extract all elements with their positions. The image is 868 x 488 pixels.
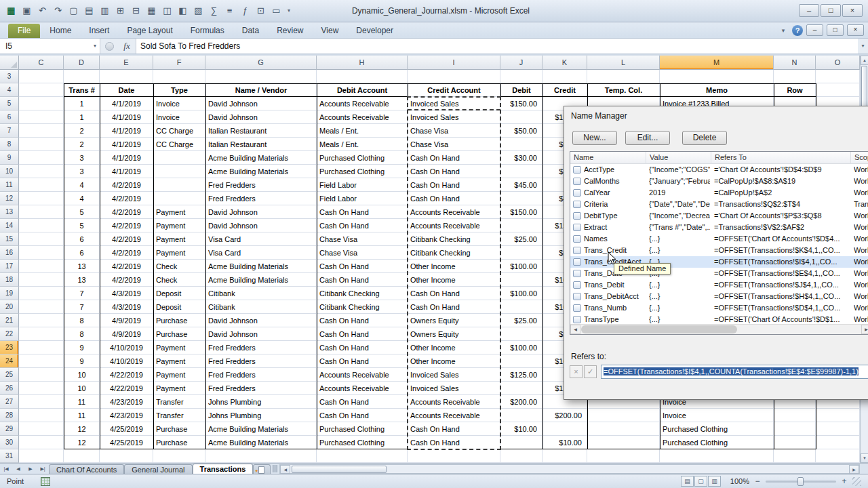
cell-h18[interactable]: Cash On Hand [317,273,408,287]
qat-dropdown-icon[interactable]: ▾ [285,3,293,18]
cell-f8[interactable]: CC Charge [153,138,205,151]
cell-j5[interactable]: $150.00 [500,97,542,110]
cell-e7[interactable]: 4/1/2019 [100,124,153,138]
cell-h29[interactable]: Purchased Clothing [317,422,408,436]
help-icon[interactable]: ? [792,25,803,36]
column-header-j[interactable]: J [500,56,542,70]
cell-h17[interactable]: Cash On Hand [317,260,408,273]
cell-d5[interactable]: 1 [64,97,100,110]
cell-e5[interactable]: 4/1/2019 [100,97,153,110]
cell-h19[interactable]: Citibank Checking [317,287,408,300]
cell-h10[interactable]: Purchased Clothing [317,165,408,178]
name-list[interactable]: Name Value Refers To Scope AcctType{"Inc… [570,151,868,335]
cell-h28[interactable]: Cash On Hand [317,409,408,422]
cell-h8[interactable]: Meals / Ent. [317,138,408,151]
workbook-minimize-button[interactable]: – [806,24,823,36]
scope-column-header[interactable]: Scope [851,152,868,164]
cell-h11[interactable]: Field Labor [317,178,408,192]
cell-f7[interactable]: CC Charge [153,124,205,138]
name-column-header[interactable]: Name [570,152,646,164]
table-icon[interactable]: ▦ [144,3,159,18]
maximize-button[interactable]: □ [821,4,841,17]
cell-h13[interactable]: Cash On Hand [317,205,408,219]
cell-j27[interactable]: $200.00 [500,395,542,409]
cell-d11[interactable]: 4 [64,178,100,192]
cell-g17[interactable]: Acme Building Materials [205,260,317,273]
cell-g8[interactable]: Italian Restaurant [205,138,317,151]
row-header-12[interactable]: 12 [0,192,19,205]
cell-g30[interactable]: Acme Building Materials [205,436,317,449]
cell-d19[interactable]: 7 [64,287,100,300]
row-header-17[interactable]: 17 [0,260,19,273]
cell-f30[interactable]: Purchase [153,436,205,449]
workbook-close-button[interactable]: × [847,24,864,36]
cell-h16[interactable]: Chase Visa [317,246,408,260]
name-row-criteria[interactable]: Criteria{"Date","Date","De...=Transactio… [570,199,868,210]
cell-g27[interactable]: Johns Plumbing [205,395,317,409]
cell-e17[interactable]: 4/2/2019 [100,260,153,273]
cell-e29[interactable]: 4/25/2019 [100,422,153,436]
name-row-calmonths[interactable]: CalMonths{"January";"Februa...=CalPopUp!… [570,176,868,187]
row-header-20[interactable]: 20 [0,300,19,314]
page-layout-view-icon[interactable]: ▢ [694,476,707,487]
formula-bar-expand-icon[interactable]: ▾ [858,39,868,54]
cell-j29[interactable]: $10.00 [500,422,542,436]
new-name-button[interactable]: New... [572,131,617,145]
ribbon-tab-review[interactable]: Review [269,24,311,38]
tab-split-handle[interactable] [273,465,277,472]
cell-f22[interactable]: Purchase [153,327,205,341]
row-header-16[interactable]: 16 [0,246,19,260]
row-header-5[interactable]: 5 [0,97,19,110]
formula-input[interactable]: Sold Sofa To Fred Fredders [136,39,858,54]
cell-e24[interactable]: 4/10/2019 [100,354,153,368]
column-header-c[interactable]: C [19,56,64,70]
name-list-scroll-thumb[interactable] [581,325,737,333]
borders-icon[interactable]: ◫ [160,3,174,18]
cell-e8[interactable]: 4/1/2019 [100,138,153,151]
redo-icon[interactable]: ↷ [51,3,65,18]
cell-e26[interactable]: 4/22/2019 [100,382,153,395]
column-header-d[interactable]: D [64,56,100,70]
cell-h23[interactable]: Cash On Hand [317,341,408,354]
camera-icon[interactable]: ⊡ [254,3,268,18]
cell-e16[interactable]: 4/2/2019 [100,246,153,260]
cell-j17[interactable]: $100.00 [500,260,542,273]
cell-h5[interactable]: Accounts Receivable [317,97,408,110]
cell-h24[interactable]: Cash On Hand [317,354,408,368]
cell-j25[interactable]: $125.00 [500,368,542,382]
chart-icon[interactable]: ▧ [191,3,205,18]
autosum-icon[interactable]: ∑ [207,3,221,18]
cell-e10[interactable]: 4/1/2019 [100,165,153,178]
close-button[interactable]: × [842,4,863,17]
cell-d18[interactable]: 13 [64,273,100,287]
cell-e6[interactable]: 4/1/2019 [100,110,153,124]
cell-d28[interactable]: 11 [64,409,100,422]
sheet-tab-transactions[interactable]: Transactions [193,464,254,474]
cell-g12[interactable]: Fred Fredders [205,192,317,205]
insert-function-icon[interactable]: fx [118,39,136,54]
row-header-26[interactable]: 26 [0,382,19,395]
horizontal-scroll-thumb[interactable] [292,466,387,473]
row-header-24[interactable]: 24 [0,354,19,368]
cell-g28[interactable]: Johns Plumbing [205,409,317,422]
cell-d24[interactable]: 9 [64,354,100,368]
cell-e23[interactable]: 4/10/2019 [100,341,153,354]
cell-g26[interactable]: Fred Fredders [205,382,317,395]
column-header-f[interactable]: F [153,56,205,70]
cell-d13[interactable]: 5 [64,205,100,219]
cell-k30[interactable]: $10.00 [542,436,587,449]
cell-f20[interactable]: Deposit [153,300,205,314]
row-header-28[interactable]: 28 [0,409,19,422]
ribbon-collapse-icon[interactable]: ▾ [778,27,789,34]
row-header-4[interactable]: 4 [0,83,19,97]
cell-e14[interactable]: 4/2/2019 [100,219,153,232]
refers-to-input[interactable]: =OFFSET(Transactions!$I$4,1,,COUNTA(Tran… [601,365,868,379]
delete-cells-icon[interactable]: ⊟ [129,3,143,18]
macro-record-button[interactable] [41,477,50,486]
row-header-25[interactable]: 25 [0,368,19,382]
cell-d17[interactable]: 13 [64,260,100,273]
row-header-15[interactable]: 15 [0,232,19,246]
column-header-g[interactable]: G [205,56,317,70]
open-icon[interactable]: ▤ [82,3,96,18]
row-header-14[interactable]: 14 [0,219,19,232]
